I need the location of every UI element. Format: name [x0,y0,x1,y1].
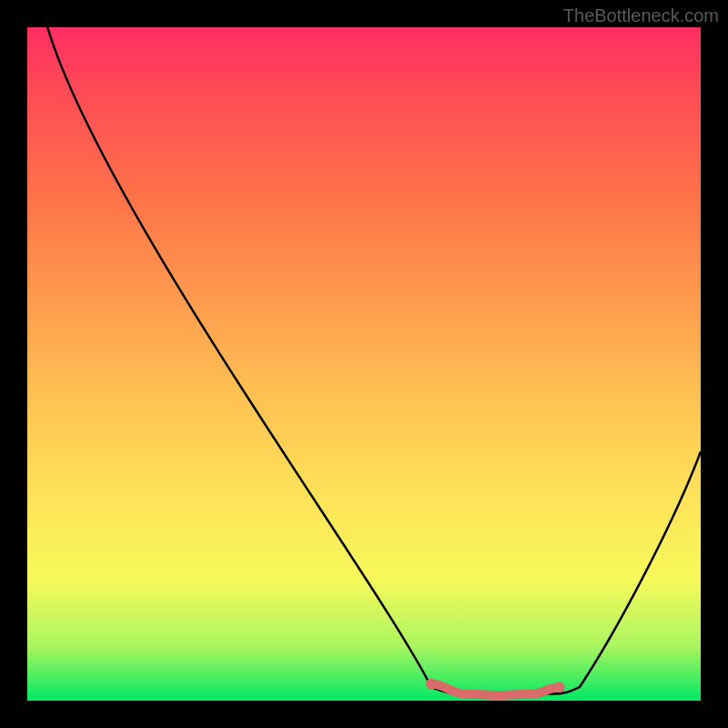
watermark-text: TheBottleneck.com [563,5,719,26]
chart-highlight-segment [431,684,560,696]
highlight-dot-left [426,679,437,690]
highlight-dot-right [554,682,565,693]
chart-main-curve [47,27,701,694]
chart-plot-area [27,27,701,701]
chart-svg [27,27,701,701]
